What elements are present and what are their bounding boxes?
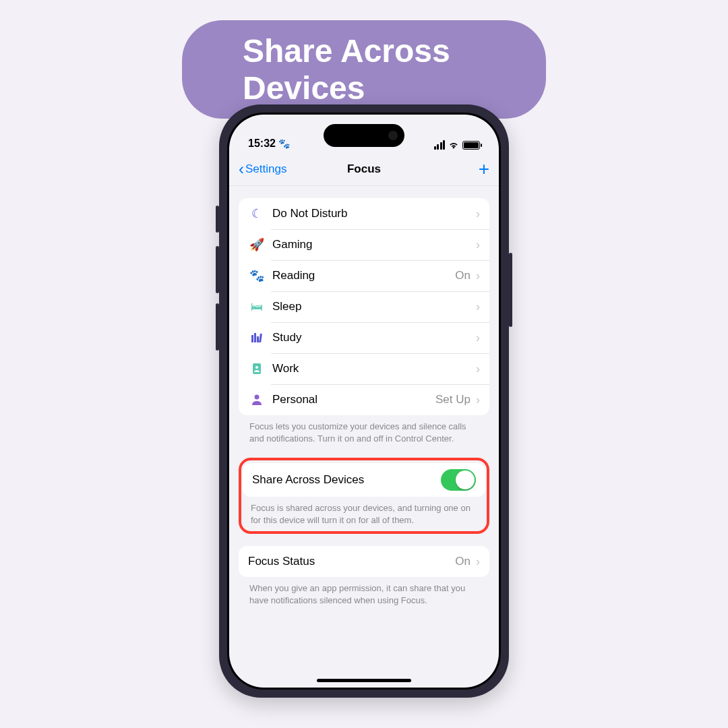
list-item[interactable]: Work › bbox=[239, 353, 489, 384]
share-toggle[interactable] bbox=[441, 469, 476, 491]
back-button[interactable]: ‹ Settings bbox=[239, 161, 286, 177]
wifi-icon bbox=[448, 141, 459, 149]
phone-frame: 15:32 🐾 ‹ Settings Focus + bbox=[219, 104, 509, 698]
nav-title: Focus bbox=[347, 162, 381, 176]
status-time: 15:32 bbox=[248, 138, 276, 150]
row-label: Reading bbox=[272, 269, 315, 282]
row-label: Study bbox=[272, 331, 301, 344]
battery-icon bbox=[462, 141, 480, 150]
share-label: Share Across Devices bbox=[252, 473, 364, 487]
row-label: Personal bbox=[272, 393, 317, 406]
svg-rect-0 bbox=[251, 335, 253, 342]
badge-icon bbox=[248, 363, 266, 375]
highlight-annotation: Share Across Devices Focus is shared acr… bbox=[239, 458, 489, 534]
list-item[interactable]: ☾ Do Not Disturb › bbox=[239, 198, 489, 229]
row-label: Work bbox=[272, 362, 299, 375]
phone-screen: 15:32 🐾 ‹ Settings Focus + bbox=[229, 115, 499, 688]
focus-list: ☾ Do Not Disturb › 🚀 Gaming › 🐾 Reading bbox=[239, 198, 489, 415]
chevron-right-icon: › bbox=[476, 362, 480, 376]
focus-status-footer: When you give an app permission, it can … bbox=[239, 577, 489, 606]
home-indicator[interactable] bbox=[317, 679, 411, 682]
share-footer: Focus is shared across your devices, and… bbox=[243, 497, 485, 526]
row-value: On bbox=[455, 269, 471, 282]
focus-status-row[interactable]: Focus Status On › bbox=[239, 546, 489, 577]
svg-rect-3 bbox=[259, 334, 262, 342]
chevron-right-icon: › bbox=[476, 300, 480, 314]
row-label: Gaming bbox=[272, 238, 313, 251]
paw-icon: 🐾 bbox=[278, 138, 290, 149]
bed-icon: 🛏 bbox=[248, 300, 266, 314]
focus-status-value: On bbox=[455, 555, 471, 568]
dynamic-island bbox=[324, 124, 404, 147]
chevron-right-icon: › bbox=[476, 207, 480, 221]
svg-rect-1 bbox=[254, 333, 256, 342]
back-label: Settings bbox=[245, 162, 286, 176]
chevron-right-icon: › bbox=[476, 269, 480, 283]
chevron-right-icon: › bbox=[476, 555, 480, 569]
row-label: Do Not Disturb bbox=[272, 207, 347, 220]
cellular-icon bbox=[434, 140, 446, 150]
svg-point-6 bbox=[255, 395, 260, 400]
svg-point-5 bbox=[255, 366, 258, 369]
list-item[interactable]: 🐾 Reading On › bbox=[239, 260, 489, 291]
person-icon bbox=[248, 394, 266, 406]
phone-side-button bbox=[216, 206, 219, 233]
share-across-devices-row: Share Across Devices bbox=[243, 463, 485, 497]
phone-side-button bbox=[216, 246, 219, 293]
focus-list-footer: Focus lets you customize your devices an… bbox=[239, 415, 489, 444]
chevron-right-icon: › bbox=[476, 331, 480, 345]
paw-icon: 🐾 bbox=[248, 268, 266, 283]
study-icon bbox=[248, 332, 266, 344]
moon-icon: ☾ bbox=[248, 206, 266, 221]
chevron-right-icon: › bbox=[476, 238, 480, 252]
row-value: Set Up bbox=[435, 393, 471, 406]
list-item[interactable]: Personal Set Up › bbox=[239, 384, 489, 415]
list-item[interactable]: 🛏 Sleep › bbox=[239, 291, 489, 322]
focus-status-label: Focus Status bbox=[248, 555, 315, 568]
svg-rect-2 bbox=[257, 336, 259, 342]
chevron-right-icon: › bbox=[476, 393, 480, 407]
list-item[interactable]: 🚀 Gaming › bbox=[239, 229, 489, 260]
nav-header: ‹ Settings Focus + bbox=[229, 152, 499, 186]
chevron-left-icon: ‹ bbox=[239, 161, 244, 177]
row-label: Sleep bbox=[272, 300, 301, 313]
list-item[interactable]: Study › bbox=[239, 322, 489, 353]
phone-side-button bbox=[509, 253, 512, 327]
phone-side-button bbox=[216, 303, 219, 351]
add-button[interactable]: + bbox=[479, 160, 489, 179]
rocket-icon: 🚀 bbox=[248, 237, 266, 252]
